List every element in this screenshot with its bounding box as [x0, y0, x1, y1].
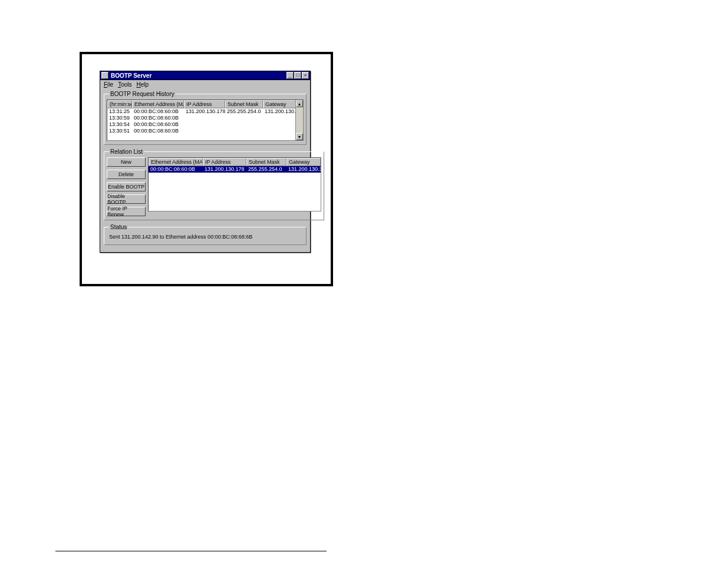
history-listbox[interactable]: (hr:min:sec) Ethernet Address (MAC) IP A… — [107, 100, 304, 141]
history-row[interactable]: 13:30:51 00:00:BC:08:60:0B — [107, 128, 303, 134]
relation-header-row: Ethernet Address (MAC) IP Address Subnet… — [149, 158, 321, 166]
relation-cell: 255.255.254.0 — [246, 166, 286, 173]
relation-col-ip[interactable]: IP Address — [203, 158, 246, 166]
history-cell: 13:30:54 — [107, 121, 132, 128]
enable-bootp-button[interactable]: Enable BOOTP — [107, 182, 146, 191]
window-client-area: BOOTP Request History (hr:min:sec) Ether… — [100, 88, 310, 252]
history-cell — [225, 115, 263, 121]
history-cell — [263, 121, 298, 128]
relation-col-subnet[interactable]: Subnet Mask — [246, 158, 286, 166]
history-cell — [225, 121, 263, 128]
scroll-up-icon[interactable]: ▲ — [296, 100, 303, 107]
relation-col-mac[interactable]: Ethernet Address (MAC) — [149, 158, 203, 166]
history-col-subnet[interactable]: Subnet Mask — [225, 100, 263, 108]
history-cell: 13:30:59 — [107, 115, 132, 121]
minimize-button[interactable]: _ — [286, 72, 294, 79]
window-titlebar[interactable]: BOOTP Server _ □ × — [100, 71, 310, 80]
history-cell: 131.200.130.1 — [263, 108, 298, 115]
history-cell: 00:00:BC:08:60:0B — [132, 115, 184, 121]
force-ip-renew-button[interactable]: Force IP Renew — [107, 207, 146, 216]
maximize-button[interactable]: □ — [294, 72, 301, 79]
menu-help[interactable]: Help — [136, 81, 149, 88]
history-cell: 00:00:BC:08:60:0B — [132, 128, 184, 134]
menu-tools[interactable]: Tools — [118, 81, 131, 88]
history-cell — [184, 121, 225, 128]
history-cell — [263, 115, 298, 121]
history-row[interactable]: 13:30:54 00:00:BC:08:60:0B — [107, 121, 303, 128]
delete-button[interactable]: Delete — [107, 170, 146, 179]
history-cell — [225, 128, 263, 134]
history-row[interactable]: 13:30:59 00:00:BC:08:60:0B — [107, 115, 303, 121]
history-col-gateway[interactable]: Gateway — [263, 100, 298, 108]
history-cell: 00:00:BC:08:60:0B — [132, 121, 184, 128]
history-list-body: 13:31:25 00:00:BC:08:60:0B 131.200.130.1… — [107, 108, 303, 134]
scroll-track[interactable] — [296, 107, 303, 133]
history-col-time[interactable]: (hr:min:sec) — [107, 100, 132, 108]
history-cell: 00:00:BC:08:60:0B — [132, 108, 184, 115]
relation-row[interactable]: 00:00:BC:08:60:0B 131.200.130.178 255.25… — [149, 166, 321, 173]
relation-col-gateway[interactable]: Gateway — [286, 158, 321, 166]
status-text: Sent 131.200.142.90 to Ethernet address … — [107, 233, 304, 241]
history-cell: 131.200.130.178 — [184, 108, 225, 115]
app-icon — [101, 72, 108, 79]
relation-cell: 131.200.130.178 — [203, 166, 246, 173]
bootp-server-window: BOOTP Server _ □ × File Tools Help BOOTP… — [100, 71, 311, 253]
history-cell — [184, 115, 225, 121]
status-legend: Status — [109, 224, 128, 230]
history-legend: BOOTP Request History — [109, 91, 176, 97]
menu-bar: File Tools Help — [100, 80, 310, 88]
relation-cell: 00:00:BC:08:60:0B — [149, 166, 203, 173]
relation-list-group: Relation List New Delete Enable BOOTP Di… — [104, 148, 324, 220]
history-cell: 13:30:51 — [107, 128, 132, 134]
disable-bootp-button[interactable]: Disable BOOTP — [107, 194, 146, 204]
history-cell — [263, 128, 298, 134]
history-scrollbar[interactable]: ▲ ▼ — [295, 100, 303, 140]
history-cell — [184, 128, 225, 134]
history-col-ip[interactable]: IP Address — [184, 100, 225, 108]
relation-list-body: 00:00:BC:08:60:0B 131.200.130.178 255.25… — [149, 166, 321, 173]
history-col-mac[interactable]: Ethernet Address (MAC) — [132, 100, 184, 108]
history-row[interactable]: 13:31:25 00:00:BC:08:60:0B 131.200.130.1… — [107, 108, 303, 115]
bootp-request-history-group: BOOTP Request History (hr:min:sec) Ether… — [104, 91, 307, 145]
relation-legend: Relation List — [109, 148, 144, 155]
history-cell: 255.255.254.0 — [225, 108, 263, 115]
relation-cell: 131.200.130.1 — [286, 166, 321, 173]
window-title: BOOTP Server — [111, 72, 286, 79]
document-figure-frame: BOOTP Server _ □ × File Tools Help BOOTP… — [80, 52, 333, 286]
new-button[interactable]: New — [107, 157, 146, 167]
relation-listbox[interactable]: Ethernet Address (MAC) IP Address Subnet… — [148, 157, 321, 211]
scroll-down-icon[interactable]: ▼ — [296, 133, 303, 140]
close-button[interactable]: × — [302, 72, 309, 79]
status-group: Status Sent 131.200.142.90 to Ethernet a… — [104, 224, 307, 245]
menu-file[interactable]: File — [104, 81, 113, 88]
history-cell: 13:31:25 — [107, 108, 132, 115]
relation-button-column: New Delete Enable BOOTP Disable BOOTP Fo… — [107, 157, 146, 216]
history-header-row: (hr:min:sec) Ethernet Address (MAC) IP A… — [107, 100, 303, 108]
page-footer-rule — [55, 551, 327, 551]
